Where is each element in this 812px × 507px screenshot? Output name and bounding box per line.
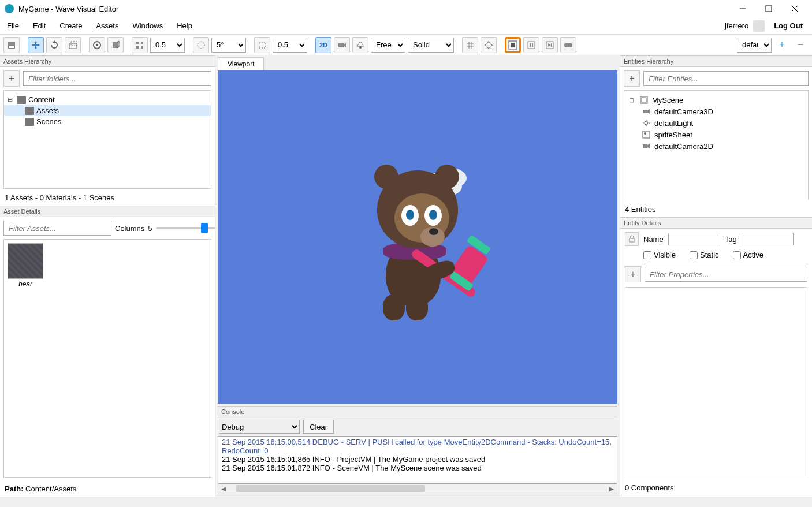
pause-button[interactable] xyxy=(523,37,539,53)
add-layout[interactable]: + xyxy=(774,37,790,53)
entity-label: MyScene xyxy=(652,96,683,105)
entity-camera3d[interactable]: defaultCamera3D xyxy=(624,106,808,117)
entities-tree[interactable]: ⊟ MyScene defaultCamera3D defaultLight s… xyxy=(624,90,809,200)
menu-help[interactable]: Help xyxy=(170,17,199,34)
snap-rotate-value[interactable]: 5° xyxy=(211,38,246,53)
entity-tag-input[interactable] xyxy=(742,233,794,245)
entity-name-input[interactable] xyxy=(668,233,720,245)
game-view[interactable] xyxy=(560,37,576,53)
asset-label: bear xyxy=(18,280,32,288)
window-title: MyGame - Wave Visual Editor xyxy=(18,5,729,13)
entity-spritesheet[interactable]: spriteSheet xyxy=(624,129,808,140)
sprite-icon xyxy=(642,130,651,139)
components-area xyxy=(625,287,807,476)
shading-select[interactable]: Solid xyxy=(408,38,454,53)
user-area: jferrero Log Out xyxy=(725,19,812,32)
console-clear-button[interactable]: Clear xyxy=(303,420,334,434)
filter-assets-input[interactable] xyxy=(3,221,111,236)
snap-move-value[interactable]: 0.5 xyxy=(150,38,185,53)
entity-root-scene[interactable]: ⊟ MyScene xyxy=(624,94,808,106)
assets-tree[interactable]: ⊟ Content Assets Scenes xyxy=(3,90,211,189)
menu-windows[interactable]: Windows xyxy=(125,17,170,34)
entity-light[interactable]: defaultLight xyxy=(624,117,808,129)
log-line: 21 Sep 2015 16:15:01,872 INFO - SceneVM … xyxy=(222,464,613,472)
minimize-button[interactable] xyxy=(729,0,755,17)
step-button[interactable] xyxy=(542,37,558,53)
add-folder-button[interactable]: + xyxy=(3,70,20,87)
snap-scale[interactable] xyxy=(254,37,270,53)
path-label: Path: xyxy=(5,484,24,493)
console-log[interactable]: 21 Sep 2015 16:15:00,514 DEBUG - SERV | … xyxy=(218,436,617,484)
menu-create[interactable]: Create xyxy=(53,17,89,34)
tree-label: Assets xyxy=(36,106,59,115)
viewport[interactable] xyxy=(218,70,617,404)
tree-item-assets[interactable]: Assets xyxy=(4,105,211,116)
tree-item-scenes[interactable]: Scenes xyxy=(4,116,211,127)
viewport-tab[interactable]: Viewport xyxy=(218,57,264,70)
collapse-icon[interactable]: ⊟ xyxy=(8,96,14,103)
svg-rect-31 xyxy=(643,131,650,138)
tree-root-content[interactable]: ⊟ Content xyxy=(4,94,211,105)
camera-icon xyxy=(642,141,651,151)
scroll-thumb[interactable] xyxy=(236,485,425,492)
filter-folders-input[interactable] xyxy=(23,71,211,86)
snap-rotate[interactable] xyxy=(193,37,209,53)
svg-rect-5 xyxy=(9,46,14,48)
scroll-right-arrow[interactable]: ► xyxy=(606,484,617,494)
rotate-tool[interactable] xyxy=(46,37,62,53)
svg-rect-13 xyxy=(136,46,139,49)
move-tool[interactable] xyxy=(28,37,44,53)
logout-button[interactable]: Log Out xyxy=(769,19,807,32)
asset-details-header: Asset Details xyxy=(0,206,215,217)
collapse-icon[interactable]: ⊟ xyxy=(629,96,636,104)
tree-label: Scenes xyxy=(36,117,61,126)
close-button[interactable] xyxy=(781,0,807,17)
mode-2d[interactable]: 2D xyxy=(315,37,331,53)
add-entity-button[interactable]: + xyxy=(624,70,640,87)
active-checkbox[interactable] xyxy=(733,251,741,259)
snap-move[interactable] xyxy=(132,37,148,53)
user-avatar[interactable] xyxy=(753,20,765,32)
svg-rect-1 xyxy=(766,6,772,12)
assets-status: 1 Assets - 0 Materials - 1 Scenes xyxy=(0,191,215,206)
camera-reset[interactable] xyxy=(334,37,350,53)
console-level-select[interactable]: Debug xyxy=(219,420,300,434)
static-checkbox[interactable] xyxy=(690,251,698,259)
static-label: Static xyxy=(700,251,719,259)
camera-icon xyxy=(642,107,651,116)
camera-focus[interactable] xyxy=(352,37,368,53)
maximize-button[interactable] xyxy=(755,0,781,17)
svg-rect-22 xyxy=(528,42,535,49)
console-horizontal-scrollbar[interactable]: ◄ ► xyxy=(218,484,617,494)
svg-rect-16 xyxy=(259,42,265,48)
add-component-button[interactable]: + xyxy=(625,266,641,282)
filter-entities-input[interactable] xyxy=(643,71,809,86)
svg-rect-12 xyxy=(141,42,143,44)
scale-tool[interactable] xyxy=(65,37,81,53)
svg-point-18 xyxy=(359,46,362,49)
menu-assets[interactable]: Assets xyxy=(89,17,125,34)
camera-mode-select[interactable]: Free xyxy=(371,38,405,53)
pivot-world[interactable] xyxy=(89,37,105,53)
entity-label: defaultCamera3D xyxy=(654,107,713,116)
menu-file[interactable]: File xyxy=(0,17,26,34)
visible-checkbox[interactable] xyxy=(643,251,651,259)
layout-select[interactable]: default xyxy=(737,38,772,53)
menu-edit[interactable]: Edit xyxy=(26,17,53,34)
filter-properties-input[interactable] xyxy=(645,267,807,282)
play-in-viewport[interactable] xyxy=(505,37,521,53)
entities-hierarchy-header: Entities Hierarchy xyxy=(620,55,812,67)
remove-layout[interactable]: − xyxy=(792,37,809,53)
lock-button[interactable] xyxy=(625,232,639,246)
asset-thumb-bear[interactable]: bear xyxy=(8,243,43,288)
grid-toggle[interactable] xyxy=(462,37,478,53)
entity-camera2d[interactable]: defaultCamera2D xyxy=(624,140,808,152)
pivot-local[interactable] xyxy=(107,37,124,53)
sprite-bear[interactable] xyxy=(348,147,487,320)
grid-settings[interactable] xyxy=(481,37,497,53)
scroll-left-arrow[interactable]: ◄ xyxy=(218,484,229,494)
save-button[interactable] xyxy=(3,37,20,53)
asset-grid[interactable]: bear xyxy=(3,239,211,478)
visible-label: Visible xyxy=(654,251,676,259)
snap-scale-value[interactable]: 0.5 xyxy=(273,38,307,53)
